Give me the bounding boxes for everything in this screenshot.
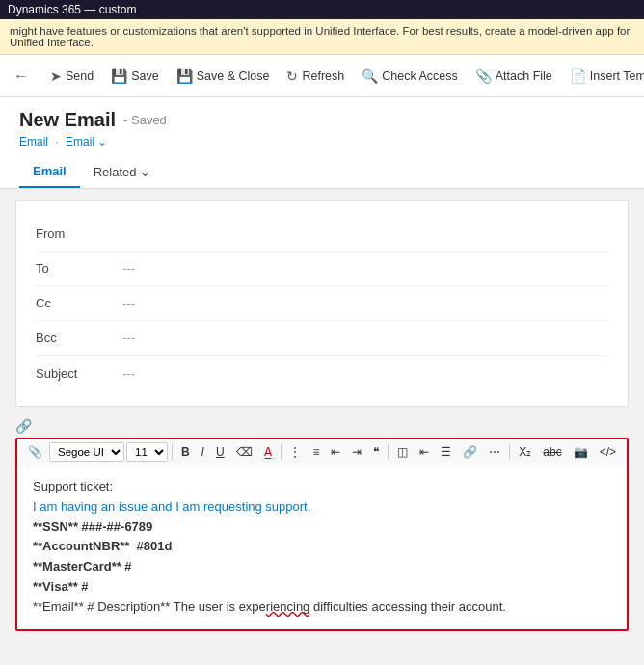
content-line1-text: Support ticket: [33, 479, 113, 493]
breadcrumb-email1[interactable]: Email [19, 135, 48, 148]
editor-sep-3 [388, 444, 389, 460]
attach-icon: 📎 [475, 68, 492, 84]
link-button[interactable]: 🔗 [458, 442, 482, 462]
insert-template-label: Insert Templat... [590, 69, 644, 83]
eraser-button[interactable]: ⌫ [231, 442, 257, 462]
cc-value: --- [122, 296, 135, 310]
content-line5: **MasterCard** # [33, 557, 611, 577]
send-label: Send [66, 69, 94, 83]
content-line6-text: **Visa** # [33, 579, 89, 594]
title-bar: Dynamics 365 — custom [0, 0, 644, 19]
save-close-label: Save & Close [197, 69, 270, 83]
page-title: New Email [19, 109, 116, 131]
blockquote-button[interactable]: ❝ [368, 442, 384, 462]
attach-file-button[interactable]: 📎 Attach File [468, 64, 560, 89]
tab-related-chevron-icon: ⌄ [140, 165, 150, 179]
insert-template-button[interactable]: 📄 Insert Templat... [562, 64, 644, 89]
to-label: To [36, 261, 122, 276]
editor-toolbar: 📎 Segoe UI 11 B I U ⌫ A̲ ⋮ ≡ ⇤ ⇥ ❝ ◫ ⇤ ☰… [17, 439, 627, 466]
email-editor[interactable]: 📎 Segoe UI 11 B I U ⌫ A̲ ⋮ ≡ ⇤ ⇥ ❝ ◫ ⇤ ☰… [15, 438, 629, 631]
tab-email[interactable]: Email [19, 156, 80, 188]
attach-file-label: Attach File [496, 69, 552, 83]
warning-banner: might have features or customizations th… [0, 19, 644, 55]
breadcrumb-email2: Email [66, 135, 94, 148]
content-line1: Support ticket: [33, 477, 611, 497]
back-button[interactable]: ← [8, 64, 35, 89]
squiggle-text: riencing [266, 599, 310, 614]
content-line5-text: **MasterCard** # [33, 559, 132, 573]
outdent-button[interactable]: ⇤ [326, 442, 345, 462]
content-line3-text: **SSN** ###-##-6789 [33, 519, 152, 534]
from-row: From [36, 217, 608, 252]
breadcrumb: Email · Email ⌄ [19, 135, 625, 148]
underline-button[interactable]: U [211, 442, 229, 462]
font-color-button[interactable]: A̲ [259, 442, 277, 462]
tab-related[interactable]: Related ⌄ [80, 156, 164, 188]
save-icon: 💾 [111, 68, 127, 84]
content-line2-text: I am having an issue and I am requesting… [33, 499, 310, 514]
refresh-icon: ↻ [286, 68, 298, 84]
to-value: --- [122, 261, 135, 276]
toolbar: ← ➤ Send 💾 Save 💾 Save & Close ↻ Refresh… [0, 55, 644, 97]
content-line4: **AccountNBR** #801d [33, 537, 611, 557]
bold-button[interactable]: B [176, 442, 195, 462]
bcc-label: Bcc [36, 331, 122, 345]
cc-label: Cc [36, 296, 122, 310]
send-icon: ➤ [50, 68, 62, 84]
editor-anchor-area: 🔗 [15, 418, 629, 434]
send-button[interactable]: ➤ Send [42, 64, 101, 89]
page-title-row: New Email - Saved [19, 109, 625, 131]
subscript-button[interactable]: X₂ [514, 442, 536, 462]
subject-value: --- [122, 366, 135, 381]
align-left-button[interactable]: ⇤ [415, 442, 434, 462]
insert-template-icon: 📄 [570, 68, 586, 84]
editor-content[interactable]: Support ticket: I am having an issue and… [17, 466, 627, 629]
cc-row: Cc --- [36, 286, 608, 321]
email-form: From To --- Cc --- Bcc --- Subject --- [15, 200, 629, 407]
content-line7-text: **Email** # Description** The user is ex… [33, 599, 506, 614]
more-button[interactable]: ⋯ [484, 442, 505, 462]
subject-label: Subject [36, 366, 122, 381]
refresh-label: Refresh [302, 69, 344, 83]
content-line2: I am having an issue and I am requesting… [33, 497, 611, 518]
check-access-icon: 🔍 [362, 68, 378, 84]
content-line6: **Visa** # [33, 577, 611, 598]
code-button[interactable]: </> [595, 442, 621, 462]
bcc-row: Bcc --- [36, 321, 608, 356]
indent-button[interactable]: ⇥ [347, 442, 366, 462]
tab-related-label: Related [94, 165, 137, 179]
image-button[interactable]: 📷 [569, 442, 593, 462]
content-line4-text: **AccountNBR** #801d [33, 539, 173, 553]
breadcrumb-sep: · [55, 135, 58, 148]
title-bar-text: Dynamics 365 — custom [8, 3, 136, 16]
save-label: Save [131, 69, 159, 83]
content-line3: **SSN** ###-##-6789 [33, 518, 611, 538]
to-row: To --- [36, 252, 608, 286]
strikethrough-button[interactable]: abc [538, 442, 566, 462]
check-access-label: Check Access [382, 69, 458, 83]
warning-text: might have features or customizations th… [10, 25, 630, 48]
editor-sep-2 [281, 444, 282, 460]
page-header: New Email - Saved Email · Email ⌄ Email … [0, 97, 644, 189]
tab-email-label: Email [33, 164, 67, 178]
align-center-button[interactable]: ☰ [436, 442, 456, 462]
bullets-button[interactable]: ⋮ [284, 442, 306, 462]
numbering-button[interactable]: ≡ [308, 442, 324, 462]
italic-button[interactable]: I [197, 442, 209, 462]
editor-sep-4 [509, 444, 510, 460]
size-select[interactable]: 11 [126, 442, 168, 462]
editor-attach-icon-btn[interactable]: 📎 [23, 442, 47, 462]
save-close-icon: 💾 [176, 68, 193, 84]
save-close-button[interactable]: 💾 Save & Close [169, 64, 278, 89]
content-line7: **Email** # Description** The user is ex… [33, 598, 611, 618]
breadcrumb-dropdown[interactable]: Email ⌄ [66, 135, 107, 148]
table-button[interactable]: ◫ [392, 442, 413, 462]
refresh-button[interactable]: ↻ Refresh [279, 64, 352, 89]
save-button[interactable]: 💾 Save [103, 64, 167, 89]
bcc-value: --- [122, 331, 135, 345]
breadcrumb-chevron-icon: ⌄ [97, 135, 107, 148]
font-select[interactable]: Segoe UI [49, 442, 124, 462]
check-access-button[interactable]: 🔍 Check Access [354, 64, 466, 89]
tabs: Email Related ⌄ [19, 156, 625, 188]
anchor-icon: 🔗 [15, 418, 32, 434]
